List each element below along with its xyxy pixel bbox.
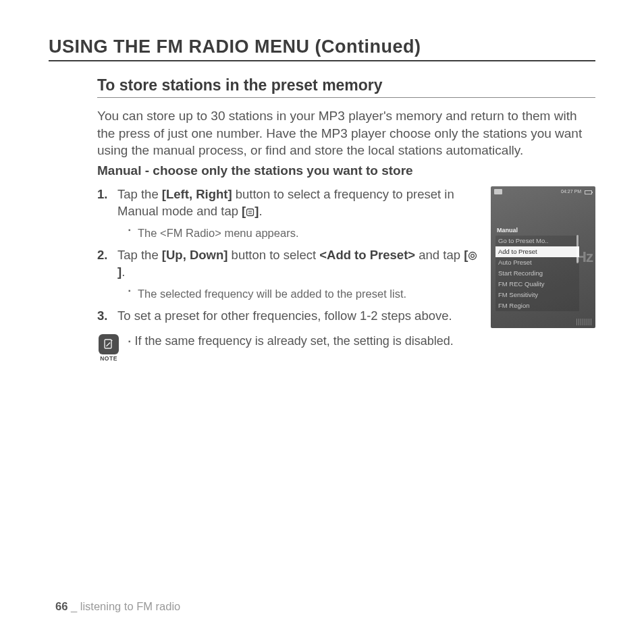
bold-text: [Left, Right] [162,187,232,201]
device-status-bar: 04:27 PM [491,186,595,196]
select-button-icon [468,251,477,261]
note-icon-wrap: NOTE [97,334,120,362]
note-block: NOTE ▪If the same frequency is already s… [97,334,479,362]
device-menu-item: FM Sensitivity [495,290,579,300]
text: Tap the [117,187,162,201]
manual-heading: Manual - choose only the stations you wa… [97,163,595,178]
step-1-sub: The <FM Radio> menu appears. [128,225,479,240]
device-menu-item: FM REC Quality [495,279,579,290]
steps-list: Tap the [Left, Right] button to select a… [97,186,479,325]
svg-point-4 [471,254,475,258]
device-scrollbar [576,235,579,263]
device-menu-item: Go to Preset Mo.. [495,236,579,246]
device-menu-item: FM Region [495,300,579,311]
page-footer: 66 _ listening to FM radio [55,600,180,613]
step-1: Tap the [Left, Right] button to select a… [97,186,479,240]
device-clock: 04:27 PM [561,189,581,194]
bold-text: [Up, Down] [162,248,228,262]
svg-line-6 [107,343,111,347]
text: . [122,265,125,279]
device-menu-item: Add to Preset [495,246,579,257]
text: and tap [415,248,464,262]
text: Tap the [117,248,162,262]
device-menu-list: Go to Preset Mo..Add to PresetAuto Prese… [495,236,579,311]
menu-button-icon [246,208,254,217]
step-3: To set a preset for other frequencies, f… [97,308,479,325]
text: button to select [227,248,319,262]
bold-text: <Add to Preset> [319,248,415,262]
svg-rect-0 [247,209,254,215]
device-clock-wrap: 04:27 PM [561,189,592,194]
step-2: Tap the [Up, Down] button to select <Add… [97,247,479,301]
svg-point-3 [469,252,477,260]
battery-icon [585,190,592,194]
text: To set a preset for other frequencies, f… [117,308,452,323]
step-2-sub: The selected frequency will be added to … [128,286,479,301]
text: . [259,204,262,218]
device-menu-item: Auto Preset [495,257,579,268]
device-menu: Manual Go to Preset Mo..Add to PresetAut… [495,227,579,311]
note-content: If the same frequency is already set, th… [135,334,454,348]
note-icon [99,334,119,354]
svg-rect-5 [105,340,111,348]
note-text: ▪If the same frequency is already set, t… [128,334,454,348]
footer-section: listening to FM radio [80,600,181,612]
frequency-ticks-icon [576,319,593,325]
device-screenshot: 04:27 PM Hz Manual Go to Preset Mo..Add … [491,186,595,328]
bullet-icon: ▪ [128,338,131,345]
intro-paragraph: You can store up to 30 stations in your … [97,107,595,159]
radio-icon [494,189,502,194]
note-label: NOTE [100,355,117,362]
device-menu-item: Start Recording [495,268,579,279]
page-heading: USING THE FM RADIO MENU (Continued) [49,36,595,61]
section-heading: To store stations in the preset memory [97,76,595,98]
device-menu-title: Manual [495,227,579,234]
page-number: 66 [55,600,68,612]
footer-sep: _ [68,600,80,612]
